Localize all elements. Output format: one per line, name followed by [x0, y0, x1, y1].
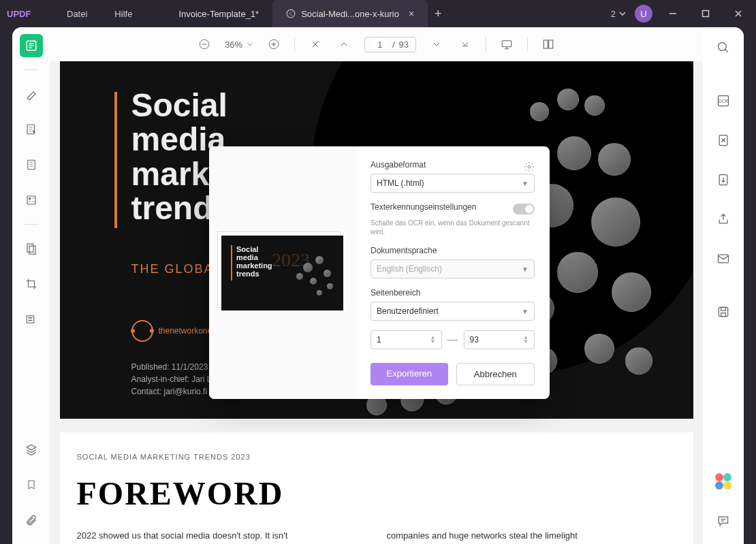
export-dialog: Socialmediamarketingtrends 2023 Ausgabef…	[209, 146, 550, 399]
svg-rect-18	[719, 307, 727, 316]
reader-tool[interactable]	[20, 34, 43, 57]
svg-rect-19	[721, 307, 726, 310]
svg-rect-6	[29, 197, 31, 199]
chevron-down-icon: ▼	[522, 308, 529, 315]
cancel-button[interactable]: Abbrechen	[456, 363, 535, 385]
tab-socialmedia[interactable]: Social-Medi...one-x-kurio ×	[272, 0, 428, 27]
presentation-button[interactable]	[499, 36, 515, 52]
lang-value: English (Englisch)	[377, 264, 442, 274]
window-count: 2	[611, 9, 616, 19]
network-label: thenetworkone	[159, 326, 212, 336]
stepper-buttons[interactable]: ▲▼	[523, 336, 529, 344]
sign-tool[interactable]	[20, 237, 43, 260]
svg-text:OCR: OCR	[719, 99, 729, 103]
left-sidebar	[12, 27, 50, 544]
range-from-input[interactable]: 1 ▲▼	[371, 330, 442, 349]
share-icon[interactable]	[712, 208, 734, 230]
menu-file[interactable]: Datei	[54, 9, 99, 19]
tab-invoice[interactable]: Invoice-Template_1*	[165, 0, 272, 27]
svg-rect-23	[502, 41, 511, 47]
comment-icon[interactable]	[712, 510, 734, 532]
layers-icon[interactable]	[20, 438, 43, 461]
ocr-hint: Schalte das OCR ein, wenn das Dokument g…	[371, 219, 535, 236]
page-current-input[interactable]	[372, 39, 388, 50]
stepper-buttons[interactable]: ▲▼	[430, 336, 436, 344]
zoom-value: 36%	[225, 39, 242, 50]
redact-tool[interactable]	[20, 308, 43, 331]
svg-rect-5	[27, 196, 35, 204]
ai-icon[interactable]	[712, 470, 734, 492]
right-sidebar: OCR	[703, 27, 744, 544]
chevron-down-icon: ▼	[522, 180, 529, 187]
svg-rect-11	[28, 320, 32, 321]
search-icon[interactable]	[712, 37, 734, 59]
chevron-down-icon[interactable]	[618, 10, 627, 18]
export-button[interactable]: Exportieren	[371, 363, 448, 385]
app-logo: UPDF	[0, 9, 41, 19]
meta-analyst: Analyst-in-chief: Jari Lä	[131, 373, 217, 385]
avatar[interactable]: U	[635, 5, 652, 22]
zoom-in-button[interactable]	[266, 36, 282, 52]
compress-icon[interactable]	[712, 129, 734, 151]
doc-icon	[286, 9, 296, 18]
tab-label: Social-Medi...one-x-kurio	[301, 9, 399, 19]
zoom-select[interactable]: 36%	[225, 39, 253, 50]
format-select[interactable]: HTML (.html) ▼	[371, 174, 535, 193]
prev-page-button[interactable]	[336, 36, 352, 52]
zoom-out-button[interactable]	[196, 36, 212, 52]
lang-label: Dokumentsprache	[371, 246, 535, 255]
svg-rect-20	[721, 313, 726, 317]
p2-tag: SOCIAL MEDIA MARKETING TRENDS 2023	[77, 453, 676, 461]
page-input-box: / 93	[364, 37, 416, 52]
svg-rect-24	[544, 40, 548, 48]
range-label: Seitenbereich	[371, 288, 535, 298]
range-select[interactable]: Benutzerdefiniert ▼	[371, 302, 535, 321]
range-to-input[interactable]: 93 ▲▼	[464, 330, 535, 349]
bookmark-icon[interactable]	[20, 473, 43, 496]
svg-rect-1	[703, 11, 709, 17]
ocr-label: Texterkennungseinstellungen	[371, 202, 476, 212]
last-page-button[interactable]	[457, 36, 473, 52]
export-icon[interactable]	[712, 169, 734, 191]
svg-point-12	[719, 43, 727, 51]
svg-rect-9	[27, 316, 34, 323]
close-window-button[interactable]	[726, 1, 751, 26]
tab-label: Invoice-Template_1*	[178, 9, 259, 19]
document-toolbar: 36% / 93	[50, 27, 703, 61]
maximize-button[interactable]	[693, 1, 718, 26]
minimize-button[interactable]	[661, 1, 685, 26]
first-page-button[interactable]	[307, 36, 324, 52]
form-tool[interactable]	[20, 189, 43, 212]
pages-tool[interactable]	[20, 153, 43, 176]
crop-tool[interactable]	[20, 272, 43, 295]
highlighter-tool[interactable]	[20, 82, 43, 106]
export-thumbnail: Socialmediamarketingtrends 2023	[221, 236, 343, 310]
ocr-toggle[interactable]	[513, 204, 535, 214]
attachment-icon[interactable]	[20, 509, 43, 532]
svg-rect-17	[719, 255, 729, 263]
page-separator: /	[392, 39, 395, 50]
svg-rect-25	[549, 40, 553, 48]
p2-heading: FOREWORD	[77, 475, 676, 512]
svg-rect-7	[27, 244, 33, 252]
page-2: SOCIAL MEDIA MARKETING TRENDS 2023 FOREW…	[60, 432, 693, 544]
svg-point-26	[528, 165, 531, 168]
mail-icon[interactable]	[712, 248, 734, 270]
range-value: Benutzerdefiniert	[377, 306, 439, 316]
lang-select: English (Englisch) ▼	[371, 259, 535, 278]
doc-h1-l1: Social	[131, 89, 287, 123]
network-icon	[131, 320, 153, 342]
view-mode-button[interactable]	[540, 36, 556, 52]
edit-tool[interactable]	[20, 118, 43, 141]
chevron-down-icon	[247, 41, 253, 48]
close-icon[interactable]: ×	[409, 8, 414, 19]
gear-icon[interactable]	[524, 161, 535, 172]
ocr-icon[interactable]: OCR	[712, 90, 734, 112]
menu-help[interactable]: Hilfe	[102, 9, 144, 19]
save-icon[interactable]	[712, 301, 734, 323]
next-page-button[interactable]	[428, 36, 445, 52]
add-tab-button[interactable]: +	[428, 7, 448, 21]
p2-col1: 2022 showed us that social media doesn't…	[77, 529, 366, 543]
range-dash: —	[447, 334, 458, 346]
format-value: HTML (.html)	[377, 178, 424, 188]
